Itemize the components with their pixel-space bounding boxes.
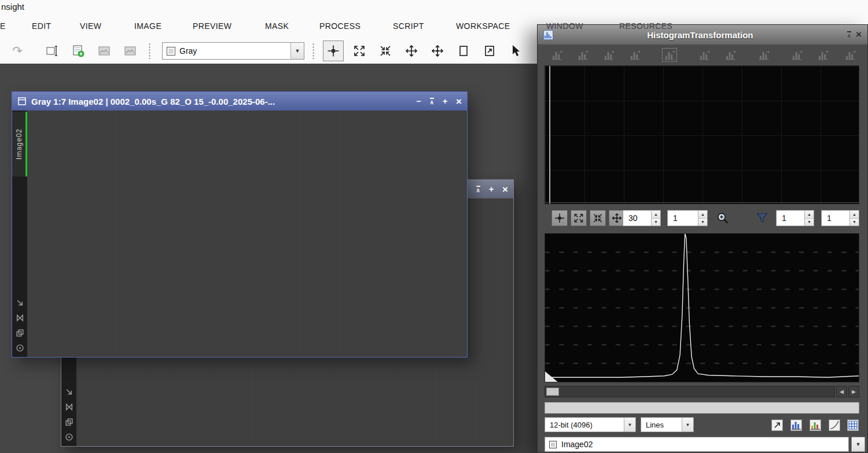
duplicate-view-icon[interactable]: [16, 329, 24, 337]
bit-depth-dropdown[interactable]: 12-bit (4096) ▼: [545, 417, 636, 432]
spin-up-icon[interactable]: ▲: [805, 211, 814, 219]
fit-window-icon[interactable]: [65, 388, 73, 396]
mode-pan-button[interactable]: [401, 40, 422, 61]
mode-edit-preview-button[interactable]: [479, 40, 500, 61]
menu-resources[interactable]: RESOURCES: [619, 21, 672, 31]
histogram-tool-icon[interactable]: [549, 48, 564, 62]
mode-center-button[interactable]: [427, 40, 448, 61]
minimize-button[interactable]: −: [416, 97, 421, 105]
funnel-icon: [755, 211, 769, 225]
histogram-tool-icon[interactable]: [601, 48, 616, 62]
scroll-thumb[interactable]: [546, 388, 559, 396]
image-canvas[interactable]: [27, 111, 467, 357]
mode-pointer-button[interactable]: [505, 40, 526, 61]
show-grid-toggle[interactable]: [845, 418, 860, 432]
scroll-track[interactable]: [545, 386, 835, 397]
rectangle-icon: [457, 44, 470, 58]
main-histogram-plot[interactable]: [545, 233, 859, 382]
save-image-button[interactable]: [95, 42, 113, 60]
menu-script[interactable]: SCRIPT: [393, 21, 424, 31]
mode-zoom-out-fit-button[interactable]: [349, 40, 370, 61]
dropdown-arrow-icon[interactable]: ▼: [624, 418, 635, 432]
dropdown-arrow-icon[interactable]: ▼: [682, 418, 693, 432]
histogram-tool-icon[interactable]: [662, 48, 677, 62]
menu-view[interactable]: VIEW: [80, 21, 101, 31]
zoom-button[interactable]: +: [489, 185, 494, 193]
duplicate-image-button[interactable]: [121, 42, 139, 60]
horizontal-zoom-spinbox[interactable]: 1 ▲▼: [776, 210, 814, 226]
shade-button[interactable]: ∧: [476, 185, 480, 193]
rename-view-button[interactable]: [43, 42, 61, 60]
dropdown-arrow-icon[interactable]: ▼: [290, 43, 304, 59]
spin-down-icon[interactable]: ▼: [850, 219, 859, 226]
view-selector[interactable]: Image02: [545, 437, 849, 452]
window-title-bar[interactable]: Gray 1:7 Image02 | 0002_0.00s_G 82_O 15_…: [12, 92, 467, 111]
dock-icon: ∧: [847, 31, 851, 39]
magnifier-icon: [716, 211, 730, 225]
histogram-tool-icon[interactable]: [723, 48, 738, 62]
spin-down-icon[interactable]: ▼: [805, 219, 814, 226]
plot-resolution-spinbox[interactable]: 30 ▲▼: [623, 210, 661, 226]
spin-down-icon[interactable]: ▼: [652, 219, 660, 226]
zoom-11-icon[interactable]: [65, 403, 73, 411]
readout-mode-button[interactable]: [551, 210, 568, 226]
zoom-in-mode-button[interactable]: [590, 210, 606, 226]
screen-transfer-icon[interactable]: [65, 433, 73, 441]
close-button[interactable]: ×: [502, 185, 508, 194]
menu-preview[interactable]: PREVIEW: [193, 21, 231, 31]
fit-window-icon[interactable]: [16, 299, 24, 307]
show-output-histogram-toggle[interactable]: [808, 418, 823, 432]
mode-zoom-in-button[interactable]: [375, 40, 396, 61]
view-tab-image02[interactable]: Image02: [12, 112, 27, 176]
spin-up-icon[interactable]: ▲: [652, 211, 660, 219]
zoom-11-icon[interactable]: [16, 314, 24, 322]
menu-process[interactable]: PROCESS: [319, 21, 361, 31]
view-selector-dropdown-button[interactable]: ▼: [851, 437, 865, 452]
histogram-tool-icon[interactable]: [789, 48, 804, 62]
histogram-tool-icon[interactable]: [756, 48, 771, 62]
menu-workspace[interactable]: WORKSPACE: [456, 21, 510, 31]
duplicate-view-icon[interactable]: [65, 418, 73, 426]
zoom-tool-button[interactable]: [715, 210, 731, 226]
graph-style-spinbox[interactable]: 1 ▲▼: [667, 210, 708, 226]
histogram-tool-icon[interactable]: [697, 48, 712, 62]
histogram-tool-icon[interactable]: [627, 48, 642, 62]
show-input-histogram-toggle[interactable]: [789, 418, 804, 432]
zoom-button[interactable]: +: [443, 97, 447, 105]
vertical-zoom-spinbox[interactable]: 1 ▲▼: [821, 210, 859, 226]
track-view-toggle[interactable]: [770, 418, 785, 432]
new-image-button[interactable]: [69, 42, 87, 60]
spin-up-icon[interactable]: ▲: [698, 211, 707, 219]
redo-icon: ↷: [12, 44, 23, 58]
dock-button[interactable]: ∧: [847, 30, 851, 39]
input-histogram-plot[interactable]: [545, 65, 859, 204]
menu-edit[interactable]: EDIT: [32, 21, 52, 31]
color-space-dropdown[interactable]: Gray ▼: [162, 42, 304, 60]
plot-style-dropdown[interactable]: Lines ▼: [641, 417, 694, 432]
plot-resolution-value: 30: [623, 211, 651, 226]
panel-title-bar[interactable]: HistogramTransformation ∧ ×: [538, 25, 867, 45]
histogram-tool-icon[interactable]: [815, 48, 830, 62]
redo-button[interactable]: ↷: [8, 42, 27, 60]
spin-down-icon[interactable]: ▼: [698, 219, 707, 226]
image-window-image02[interactable]: Gray 1:7 Image02 | 0002_0.00s_G 82_O 15_…: [12, 91, 468, 358]
mode-new-preview-button[interactable]: [453, 40, 474, 61]
zoom-out-mode-button[interactable]: [571, 210, 587, 226]
menu-mask[interactable]: MASK: [265, 21, 289, 31]
scroll-right-button[interactable]: ▶: [848, 386, 859, 397]
toolbar-separator: [312, 43, 314, 59]
screen-transfer-icon[interactable]: [16, 344, 24, 352]
filter-button[interactable]: [754, 210, 770, 226]
shade-button[interactable]: ∧: [430, 97, 434, 105]
menu-image[interactable]: IMAGE: [134, 21, 161, 31]
show-curve-toggle[interactable]: [827, 418, 842, 432]
mode-readout-button[interactable]: [323, 40, 344, 61]
panel-close-button[interactable]: ×: [856, 29, 862, 40]
scroll-left-button[interactable]: ◀: [836, 386, 847, 397]
menu-window[interactable]: WINDOW: [546, 21, 583, 31]
histogram-tool-icon[interactable]: [575, 48, 590, 62]
menu-file-partial[interactable]: E: [0, 21, 6, 31]
histogram-tool-icon[interactable]: [843, 48, 858, 62]
close-button[interactable]: ×: [456, 97, 462, 106]
spin-up-icon[interactable]: ▲: [850, 211, 859, 219]
